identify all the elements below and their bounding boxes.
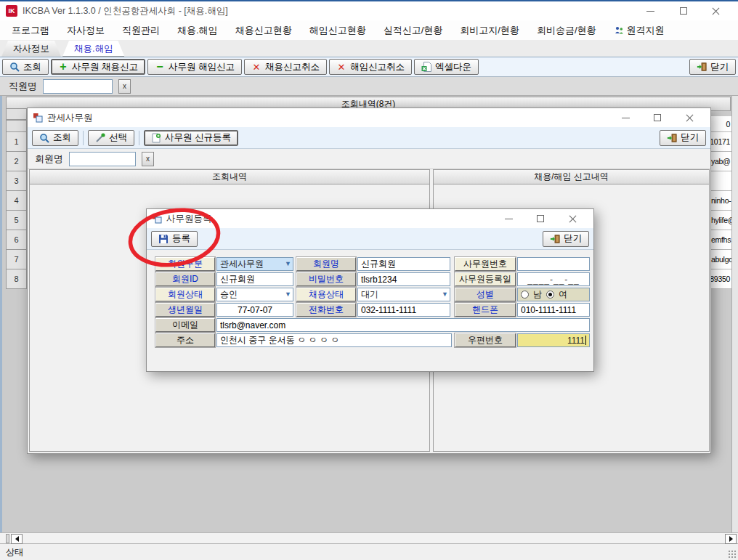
member-status-label: 회원상태 xyxy=(155,288,215,301)
menu-fee-notice[interactable]: 회비고지/현황 xyxy=(460,24,519,37)
dialog-close-label: 닫기 xyxy=(681,131,699,144)
arrow-right-icon xyxy=(729,536,733,542)
chevron-down-icon: ▼ xyxy=(285,260,291,267)
zipcode-input[interactable]: 1111 xyxy=(517,333,590,347)
password-input[interactable] xyxy=(357,272,450,286)
row-header-2[interactable]: 2 xyxy=(6,152,27,171)
member-type-combobox[interactable]: 관세사무원 ▼ xyxy=(216,257,293,271)
clerk-no-input[interactable] xyxy=(517,257,590,271)
red-x-icon: ✕ xyxy=(336,62,346,72)
select-button-label: 선택 xyxy=(109,131,127,144)
menu-remote-support-label: 원격지원 xyxy=(627,24,665,37)
row-header-1[interactable]: 1 xyxy=(6,132,27,152)
menu-hire-dismiss[interactable]: 채용.해임 xyxy=(177,24,218,37)
excel-download-label: 엑셀다운 xyxy=(435,61,471,73)
gender-female-radio[interactable] xyxy=(546,291,554,299)
member-status-combobox[interactable]: 승인 ▼ xyxy=(216,288,293,301)
close-button[interactable] xyxy=(556,209,588,228)
form-icon xyxy=(152,214,162,224)
row-header-6[interactable]: 6 xyxy=(6,230,27,250)
scrollbar-splitter[interactable] xyxy=(6,534,9,543)
gender-male-radio[interactable] xyxy=(521,291,529,299)
resize-grip[interactable] xyxy=(728,550,736,558)
member-id-label: 회원ID xyxy=(155,272,215,286)
plus-icon: + xyxy=(58,62,68,72)
register-save-button[interactable]: 등록 xyxy=(151,231,198,247)
cancel-dismiss-report-button[interactable]: ✕ 해임신고취소 xyxy=(329,59,412,75)
row-header-4[interactable]: 4 xyxy=(6,191,27,211)
member-name-clear-button[interactable]: x xyxy=(142,152,154,166)
menu-staff-management[interactable]: 직원관리 xyxy=(122,24,160,37)
maximize-icon xyxy=(537,215,544,222)
tab-hire-dismiss[interactable]: 채용.해임 xyxy=(62,41,124,57)
member-name-input[interactable] xyxy=(69,152,136,166)
scroll-left-button[interactable] xyxy=(11,534,23,544)
password-label: 비밀번호 xyxy=(296,272,356,286)
dialog-close-button[interactable]: 닫기 xyxy=(660,130,706,146)
scroll-right-button[interactable] xyxy=(725,534,737,544)
close-page-button[interactable]: 닫기 xyxy=(689,59,736,75)
row-header-5[interactable]: 5 xyxy=(6,211,27,230)
member-status-value: 승인 xyxy=(220,288,238,301)
menu-program[interactable]: 프로그램 xyxy=(12,24,49,37)
dialog-close-label: 닫기 xyxy=(564,232,582,245)
dialog-close-button[interactable]: 닫기 xyxy=(543,231,589,247)
employee-name-clear-button[interactable]: x xyxy=(118,79,131,94)
tab-strip: 자사정보 채용.해임 xyxy=(0,40,738,57)
minimize-button[interactable] xyxy=(634,1,667,20)
maximize-button[interactable] xyxy=(667,1,700,20)
window-title: IKCBA Ver 1.1.3.0 / 인천공항관세사회 - [채용.해임] xyxy=(23,5,228,17)
clerk-reg-date-input[interactable]: ____-__-__ xyxy=(517,272,590,286)
search-icon xyxy=(39,133,49,143)
menu-dismiss-report-status[interactable]: 해임신고현황 xyxy=(309,24,366,37)
gender-radio-group: 남 여 xyxy=(517,288,590,301)
cancel-hire-report-button[interactable]: ✕ 채용신고취소 xyxy=(244,59,327,75)
form-icon xyxy=(33,113,43,123)
mobile-input[interactable] xyxy=(517,303,590,317)
chevron-down-icon: ▼ xyxy=(442,291,448,298)
close-button[interactable] xyxy=(673,108,705,127)
vertical-scrollbar[interactable] xyxy=(731,96,738,532)
close-button[interactable] xyxy=(700,1,732,20)
menu-company-info[interactable]: 자사정보 xyxy=(67,24,105,37)
employ-status-combobox[interactable]: 대기 ▼ xyxy=(357,288,450,301)
member-name-label: 회원명 xyxy=(35,153,63,166)
maximize-button[interactable] xyxy=(641,108,673,127)
row-header-7[interactable]: 7 xyxy=(6,250,27,269)
excel-icon xyxy=(421,62,431,72)
clerk-dismiss-report-button[interactable]: − 사무원 해임신고 xyxy=(147,59,242,75)
minimize-button[interactable] xyxy=(492,209,524,228)
customs-clerk-dialog-title: 관세사무원 xyxy=(47,112,93,124)
grid-corner-cell xyxy=(6,120,27,132)
arrow-left-icon xyxy=(15,536,19,542)
clerk-hire-report-button[interactable]: + 사무원 채용신고 xyxy=(51,59,145,75)
row-header-8[interactable]: 8 xyxy=(6,269,27,289)
clerk-new-register-button[interactable]: 사무원 신규등록 xyxy=(144,130,238,146)
dialog-search-button[interactable]: 조회 xyxy=(32,130,78,146)
phone-input[interactable] xyxy=(357,303,450,317)
menu-fee-remit[interactable]: 회비송금/현황 xyxy=(537,24,596,37)
member-name-field-input[interactable] xyxy=(357,257,450,271)
zipcode-label: 우편번호 xyxy=(455,333,516,347)
birth-label: 생년월일 xyxy=(155,303,215,317)
menu-performance-report[interactable]: 실적신고/현황 xyxy=(384,24,443,37)
address-input[interactable] xyxy=(216,333,452,347)
search-button[interactable]: 조회 xyxy=(2,59,49,75)
member-id-input[interactable] xyxy=(216,272,293,286)
dialog-search-label: 조회 xyxy=(53,131,71,144)
maximize-button[interactable] xyxy=(524,209,556,228)
email-input[interactable] xyxy=(216,318,590,332)
menu-remote-support[interactable]: 원격지원 xyxy=(614,24,665,37)
select-button[interactable]: 선택 xyxy=(88,130,134,146)
tab-company-info[interactable]: 자사정보 xyxy=(1,41,61,57)
minimize-icon xyxy=(646,11,654,12)
employee-name-input[interactable] xyxy=(43,79,113,94)
red-x-icon: ✕ xyxy=(251,62,261,72)
birth-input[interactable] xyxy=(216,303,293,317)
minimize-button[interactable] xyxy=(609,108,641,127)
excel-download-button[interactable]: 엑셀다운 xyxy=(414,59,479,75)
member-type-value: 관세사무원 xyxy=(220,258,264,270)
menu-hire-report-status[interactable]: 채용신고현황 xyxy=(235,24,292,37)
row-header-3[interactable]: 3 xyxy=(6,171,27,191)
horizontal-scrollbar[interactable] xyxy=(0,532,738,544)
